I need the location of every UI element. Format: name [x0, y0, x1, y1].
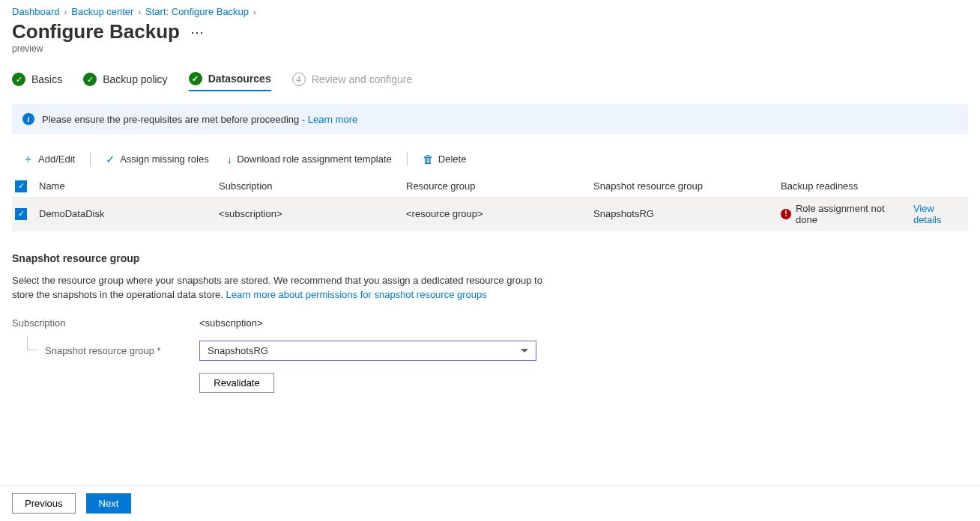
- trash-icon: 🗑: [423, 153, 434, 165]
- row-checkbox[interactable]: ✓: [15, 208, 27, 220]
- table-row[interactable]: ✓ DemoDataDisk <subscription> <resource …: [12, 197, 968, 231]
- toolbar: ＋ Add/Edit ✓ Assign missing roles ↓ Down…: [12, 143, 968, 175]
- col-snapshot-rg: Snapshot resource group: [593, 180, 781, 192]
- tab-review-configure: 4 Review and configure: [292, 73, 413, 91]
- check-circle-icon: ✓: [83, 73, 97, 86]
- subscription-value: <subscription>: [199, 317, 544, 329]
- tab-basics[interactable]: ✓ Basics: [12, 73, 62, 91]
- chevron-right-icon: ›: [138, 7, 141, 16]
- assign-roles-button[interactable]: ✓ Assign missing roles: [98, 150, 217, 169]
- step-number-icon: 4: [292, 73, 306, 86]
- datasource-table: ✓ Name Subscription Resource group Snaps…: [12, 175, 968, 231]
- breadcrumb: Dashboard › Backup center › Start: Confi…: [12, 6, 968, 17]
- view-details-link[interactable]: View details: [913, 203, 965, 225]
- select-all-checkbox[interactable]: ✓: [15, 180, 27, 192]
- col-name: Name: [39, 180, 219, 192]
- cell-snapshot-rg: SnapshotsRG: [593, 208, 781, 219]
- snapshot-rg-select[interactable]: SnapshotsRG: [199, 341, 536, 361]
- chevron-right-icon: ›: [253, 7, 256, 16]
- check-circle-icon: ✓: [12, 73, 25, 86]
- snapshot-learn-more-link[interactable]: Learn more about permissions for snapsho…: [226, 289, 486, 300]
- snapshot-rg-label: Snapshot resource group *: [12, 345, 199, 356]
- add-edit-button[interactable]: ＋ Add/Edit: [15, 149, 82, 169]
- info-banner: i Please ensure the pre-requisites are m…: [12, 104, 968, 134]
- breadcrumb-backup-center[interactable]: Backup center: [71, 6, 133, 17]
- revalidate-button[interactable]: Revalidate: [199, 373, 274, 393]
- more-menu-icon[interactable]: ⋯: [190, 24, 204, 40]
- plus-icon: ＋: [22, 152, 34, 166]
- snapshot-rg-description: Select the resource group where your sna…: [12, 273, 551, 302]
- snapshot-rg-title: Snapshot resource group: [12, 252, 968, 264]
- chevron-right-icon: ›: [64, 7, 67, 16]
- delete-button[interactable]: 🗑 Delete: [415, 150, 474, 168]
- download-template-button[interactable]: ↓ Download role assignment template: [220, 150, 399, 168]
- checkmark-icon: ✓: [106, 153, 115, 166]
- cell-name: DemoDataDisk: [39, 208, 219, 219]
- breadcrumb-configure-backup[interactable]: Start: Configure Backup: [145, 6, 249, 17]
- col-readiness: Backup readiness: [781, 180, 965, 192]
- cell-readiness: Role assignment not done: [796, 203, 909, 225]
- page-subtitle: preview: [12, 43, 968, 54]
- cell-subscription: <subscription>: [219, 208, 406, 219]
- subscription-label: Subscription: [12, 317, 199, 329]
- tab-backup-policy[interactable]: ✓ Backup policy: [83, 73, 167, 91]
- info-banner-text: Please ensure the pre-requisites are met…: [42, 114, 308, 125]
- col-subscription: Subscription: [219, 180, 406, 192]
- page-title: Configure Backup: [12, 20, 180, 43]
- tab-datasources[interactable]: ✓ Datasources: [189, 72, 271, 91]
- info-icon: i: [22, 113, 34, 125]
- error-icon: !: [781, 209, 791, 219]
- check-circle-icon: ✓: [189, 72, 202, 85]
- chevron-down-icon: [521, 349, 528, 353]
- col-resource-group: Resource group: [406, 180, 593, 192]
- download-icon: ↓: [227, 153, 233, 165]
- step-tabs: ✓ Basics ✓ Backup policy ✓ Datasources 4…: [12, 72, 968, 92]
- cell-resource-group: <resource group>: [406, 208, 593, 219]
- breadcrumb-dashboard[interactable]: Dashboard: [12, 6, 60, 17]
- learn-more-link[interactable]: Learn more: [308, 114, 357, 125]
